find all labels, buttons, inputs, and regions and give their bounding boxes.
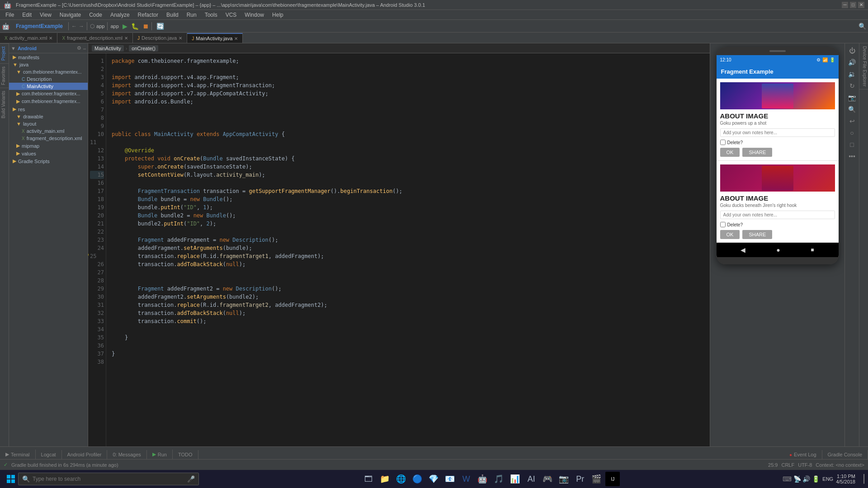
square-button[interactable]: □ <box>847 139 858 150</box>
menu-code[interactable]: Code <box>85 11 106 19</box>
menu-refactor[interactable]: Refactor <box>134 11 162 19</box>
bottom-tab-profiler[interactable]: Android Profiler <box>62 450 108 459</box>
menu-run[interactable]: Run <box>183 11 200 19</box>
more-button[interactable]: ••• <box>847 151 858 162</box>
menu-analyze[interactable]: Analyze <box>107 11 133 19</box>
tab-activity-main-xml[interactable]: X activity_main.xml ✕ <box>0 33 57 43</box>
sidebar-item-java[interactable]: ▼ java <box>9 61 88 68</box>
search-everywhere-icon[interactable]: 🔍 <box>859 23 866 30</box>
gradle-sync-icon[interactable]: 🔄 <box>156 23 164 30</box>
tab-close-3[interactable]: ✕ <box>179 36 182 41</box>
taskbar-more-2[interactable]: 🎬 <box>589 472 604 486</box>
taskbar-premiere[interactable]: Pr <box>573 472 587 486</box>
sidebar-item-mainactivity[interactable]: C MainActivity <box>9 83 88 90</box>
run-button[interactable]: ▶ <box>123 23 127 30</box>
sidebar-item-package1[interactable]: ▼ com.thebioneer.fragmentex... <box>9 68 88 75</box>
bottom-tab-todo[interactable]: TODO <box>173 450 198 459</box>
menu-help[interactable]: Help <box>269 11 287 19</box>
undo-button[interactable]: ↩ <box>847 116 858 127</box>
tab-close-4[interactable]: ✕ <box>234 36 238 41</box>
start-button[interactable] <box>4 472 18 486</box>
fragment1-delete-checkbox[interactable] <box>720 140 726 145</box>
code-area[interactable]: 12345 678910 ▶ 11 121314 15 1617181920 2… <box>88 53 710 446</box>
menu-navigate[interactable]: Navigate <box>56 11 85 19</box>
taskbar-steam[interactable]: 🎮 <box>540 472 555 486</box>
taskbar-word[interactable]: W <box>459 472 473 486</box>
fragment1-ok-button[interactable]: OK <box>720 148 740 157</box>
breadcrumb-oncreate[interactable]: onCreate() <box>129 45 158 52</box>
stop-button[interactable]: ⏹ <box>142 23 149 30</box>
tab-close-1[interactable]: ✕ <box>49 36 52 41</box>
minimize-button[interactable]: ─ <box>842 2 848 8</box>
taskbar-explorer[interactable]: 📁 <box>377 472 392 486</box>
microphone-icon[interactable]: 🎤 <box>187 475 195 483</box>
sidebar-item-description[interactable]: C Description <box>9 75 88 83</box>
fragment2-ok-button[interactable]: OK <box>720 230 740 239</box>
phone-nav-home[interactable]: ● <box>776 246 780 253</box>
left-tab-favorites[interactable]: Favorites <box>0 63 9 88</box>
tab-description-java[interactable]: J Description.java ✕ <box>133 33 187 43</box>
sidebar-item-package2[interactable]: ▶ com.thebioneer.fragmentex... <box>9 90 88 98</box>
bottom-tab-run[interactable]: ▶ Run <box>147 450 173 459</box>
right-tab-device-file-explorer[interactable]: Device File Explorer <box>859 43 868 89</box>
menu-view[interactable]: View <box>36 11 55 19</box>
nav-back-icon[interactable]: ← <box>71 23 77 29</box>
taskbar-spotify[interactable]: 🎵 <box>491 472 506 486</box>
cursor-position[interactable]: 25:9 <box>768 462 778 468</box>
tab-close-2[interactable]: ✕ <box>124 36 128 41</box>
tab-fragment-desc-xml[interactable]: X fragment_description.xml ✕ <box>57 33 133 43</box>
breadcrumb-mainactivity[interactable]: MainActivity <box>92 45 124 52</box>
sidebar-item-package3[interactable]: ▶ com.thebioneer.fragmentex... <box>9 98 88 105</box>
zoom-in-button[interactable]: 🔍 <box>847 104 858 115</box>
encoding-label[interactable]: UTF-8 <box>798 462 812 468</box>
phone-nav-back[interactable]: ◀ <box>741 246 745 253</box>
volume-down-button[interactable]: 🔉 <box>847 69 858 80</box>
menu-edit[interactable]: Edit <box>19 11 35 19</box>
fragment2-notes-input[interactable] <box>720 211 835 219</box>
nav-forward-icon[interactable]: → <box>79 23 84 29</box>
line-sep-label[interactable]: CRLF <box>781 462 794 468</box>
menu-vcs[interactable]: VCS <box>222 11 241 19</box>
taskbar-search[interactable]: 🔍 🎤 <box>18 473 199 485</box>
fragment1-share-button[interactable]: SHARE <box>742 148 772 157</box>
taskbar-mail[interactable]: 📧 <box>443 472 457 486</box>
rotate-button[interactable]: ↻ <box>847 80 858 91</box>
sidebar-item-layout[interactable]: ▼ layout <box>9 120 88 127</box>
phone-nav-square[interactable]: ■ <box>811 247 814 253</box>
code-content[interactable]: package com.thebioneer.fragmentexample; … <box>106 53 710 446</box>
clock-area[interactable]: 1:10 PM 4/5/2018 <box>836 474 855 484</box>
screenshot-button[interactable]: 📷 <box>847 92 858 103</box>
fragment2-delete-checkbox[interactable] <box>720 222 726 227</box>
sidebar-item-mipmap[interactable]: ▶ mipmap <box>9 142 88 150</box>
lightbulb-icon[interactable]: 💡 <box>88 252 90 260</box>
fragment1-notes-input[interactable] <box>720 128 835 137</box>
taskbar-edge[interactable]: 🌐 <box>394 472 408 486</box>
volume-up-button[interactable]: 🔊 <box>847 57 858 68</box>
maximize-button[interactable]: □ <box>850 2 856 8</box>
taskbar-illustrator[interactable]: AI <box>524 472 538 486</box>
sidebar-minimize-icon[interactable]: – <box>83 46 86 51</box>
tab-mainactivity-java[interactable]: J MainActivity.java ✕ <box>187 33 243 43</box>
power-button[interactable]: ⏻ <box>847 45 858 56</box>
sidebar-item-gradle-scripts[interactable]: ▶ Gradle Scripts <box>9 157 88 165</box>
taskbar-more-1[interactable]: 📷 <box>557 472 571 486</box>
taskbar-search-input[interactable] <box>33 476 184 482</box>
circle-button[interactable]: ○ <box>847 127 858 138</box>
sidebar-item-values[interactable]: ▶ values <box>9 150 88 157</box>
close-button[interactable]: ✕ <box>858 2 864 8</box>
sidebar-settings-icon[interactable]: ⚙ <box>77 45 81 51</box>
taskbar-intellij[interactable]: IJ <box>605 472 620 486</box>
taskbar-android-studio[interactable]: 🤖 <box>475 472 490 486</box>
bottom-tab-messages[interactable]: 0: Messages <box>107 450 146 459</box>
taskbar-task-view[interactable]: 🗔 <box>361 472 376 486</box>
show-desktop-icon[interactable]: ▕ <box>858 474 864 484</box>
bottom-tab-logcat[interactable]: Logcat <box>36 450 62 459</box>
debug-button[interactable]: 🐛 <box>131 23 139 30</box>
sidebar-item-res[interactable]: ▶ res <box>9 105 88 113</box>
sidebar-item-manifests[interactable]: ▶ manifests <box>9 53 88 61</box>
bottom-tab-gradle-console[interactable]: Gradle Console <box>822 450 868 459</box>
sidebar-item-activity-main-xml[interactable]: X activity_main.xml <box>9 127 88 135</box>
bottom-tab-event-log[interactable]: ● Event Log <box>784 450 822 459</box>
fragment2-share-button[interactable]: SHARE <box>742 230 772 239</box>
taskbar-dropbox[interactable]: 💎 <box>426 472 441 486</box>
